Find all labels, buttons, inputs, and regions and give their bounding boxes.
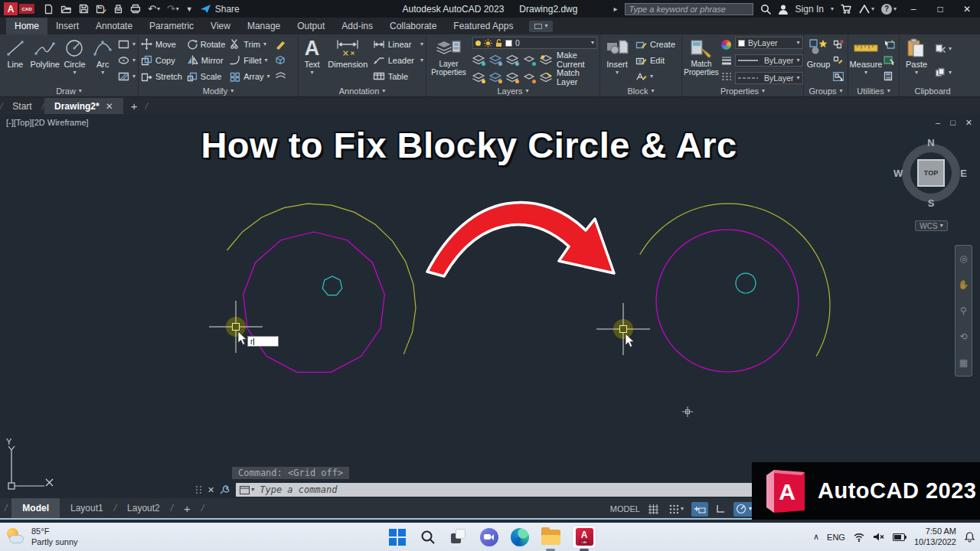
tab-featured-apps[interactable]: Featured Apps [445,18,521,34]
save-as-button[interactable] [96,4,106,15]
layer-unlock-all-button[interactable] [523,72,535,83]
tab-layout1[interactable]: Layout1 [60,498,114,518]
hatch-button[interactable]: ▾ [118,70,136,83]
notification-bell-icon[interactable] [964,531,975,543]
tray-chevron-icon[interactable]: ∧ [813,532,819,542]
grid-toggle[interactable] [645,502,662,517]
ungroup-button[interactable] [833,37,844,51]
panel-label-clipboard[interactable]: Clipboard [900,85,965,96]
move-button[interactable]: Move [141,37,182,51]
app-store-cart-icon[interactable] [841,4,852,14]
weather-widget[interactable]: 85°FPartly sunny [6,527,78,548]
object-color-dropdown[interactable]: ByLayer▾ [735,37,803,49]
autocad-taskbar-button[interactable]: ACAD [571,527,597,547]
navigation-bar[interactable]: ◎ ✋ ⚲ ⟲ ▦ [955,245,972,377]
wifi-icon[interactable] [853,532,865,542]
polar-tracking-toggle[interactable]: ▾ [733,502,754,517]
ortho-toggle[interactable] [714,502,728,517]
tab-output[interactable]: Output [289,18,333,34]
help-button[interactable]: ?▾ [881,4,897,15]
leader-button[interactable]: Leader▾ [373,54,423,67]
polyline-button[interactable]: Polyline [31,36,60,85]
stretch-button[interactable]: Stretch [141,70,182,83]
lineweight-icon[interactable] [721,54,732,67]
edit-block-button[interactable]: Edit [635,54,679,67]
create-block-button[interactable]: Create [635,37,679,51]
nav-wheel-icon[interactable]: ◎ [959,253,967,264]
sign-in-button[interactable]: Sign In [795,4,824,15]
panel-label-draw[interactable]: Draw▾ [0,85,138,96]
tab-view[interactable]: View [202,18,239,34]
layer-properties-button[interactable]: Layer Properties [429,36,469,85]
paste-button[interactable]: Paste ▾ [902,36,931,85]
viewcube-top-face[interactable]: TOP [917,159,945,187]
nav-showmotion-icon[interactable]: ▦ [959,357,968,368]
close-button[interactable]: ✕ [957,4,977,15]
cut-button[interactable]: ▾ [935,42,952,56]
vp-minimize-icon[interactable]: – [936,118,940,128]
blocky-circle[interactable] [243,232,385,372]
quick-calc-button[interactable] [884,70,895,83]
layer-freeze-button[interactable] [506,54,518,65]
tab-manage[interactable]: Manage [239,18,289,34]
blocky-arc[interactable] [227,204,416,354]
battery-icon[interactable] [893,533,906,542]
undo-button[interactable]: ↶▾ [148,3,160,15]
line-button[interactable]: Line [2,36,28,85]
command-wrench-icon[interactable] [220,484,230,495]
nav-orbit-icon[interactable]: ⟲ [959,331,967,342]
attribute-button[interactable]: ▾ [635,70,679,83]
panel-label-modify[interactable]: Modify▾ [139,85,298,96]
share-button[interactable]: Share [201,4,240,15]
copy-button[interactable]: Copy [141,54,182,67]
ribbon-display-toggle[interactable]: ▾ [529,21,553,32]
color-wheel-icon[interactable] [721,37,732,51]
table-button[interactable]: Table [373,70,423,83]
save-button[interactable] [79,4,89,14]
viewcube-west[interactable]: W [893,168,903,179]
qat-customize-button[interactable]: ▼ [186,5,193,13]
match-properties-button[interactable]: Match Properties [684,36,718,85]
dimension-button[interactable]: Dimension [328,36,368,85]
rotate-button[interactable]: Rotate [187,37,225,51]
user-icon[interactable] [778,4,789,15]
smooth-circle[interactable] [656,230,799,372]
panel-label-groups[interactable]: Groups▾ [804,85,848,96]
command-bar-grip[interactable] [196,486,202,494]
panel-label-layers[interactable]: Layers▾ [426,85,599,96]
panel-label-annotation[interactable]: Annotation▾ [299,85,426,96]
new-drawing-tab-button[interactable]: + [123,98,145,114]
tab-collaborate[interactable]: Collaborate [381,18,445,34]
viewcube[interactable]: N S E W TOP [897,139,965,207]
text-button[interactable]: A Text ▾ [301,36,323,85]
minimize-button[interactable]: – [903,4,923,15]
explode-button[interactable] [275,54,287,67]
mirror-button[interactable]: Mirror [187,54,225,67]
blocky-inner-circle[interactable] [322,276,341,295]
new-file-button[interactable] [44,4,54,15]
tab-insert[interactable]: Insert [47,18,87,34]
viewcube-south[interactable]: S [928,197,935,209]
lineweight-dropdown[interactable]: ByLayer▾ [735,54,803,67]
tab-annotate[interactable]: Annotate [87,18,141,34]
quick-select-button[interactable] [884,37,895,51]
start-button[interactable] [387,527,407,547]
tab-home[interactable]: Home [6,18,47,34]
insert-block-button[interactable]: Insert ▾ [603,36,632,85]
file-tab-close-icon[interactable]: ✕ [106,101,113,112]
model-space-indicator[interactable]: MODEL [610,504,640,514]
clock[interactable]: 7:50 AM 10/13/2022 [914,527,956,548]
snap-toggle[interactable]: ▾ [667,502,686,517]
layer-sun-button[interactable] [506,72,518,83]
tab-model[interactable]: Model [11,498,60,518]
rectangle-button[interactable]: ▾ [118,37,136,51]
fillet-button[interactable]: Fillet▾ [230,54,270,67]
panel-label-utilities[interactable]: Utilities▾ [848,85,899,96]
file-tab-drawing2[interactable]: Drawing2*✕ [44,98,123,114]
tab-parametric[interactable]: Parametric [141,18,202,34]
panel-label-properties[interactable]: Properties▾ [682,85,803,96]
wcs-dropdown[interactable]: WCS▾ [915,220,948,231]
open-file-button[interactable] [60,4,72,14]
layer-isolate-button[interactable] [489,54,501,65]
layer-lock-button[interactable] [523,54,535,65]
